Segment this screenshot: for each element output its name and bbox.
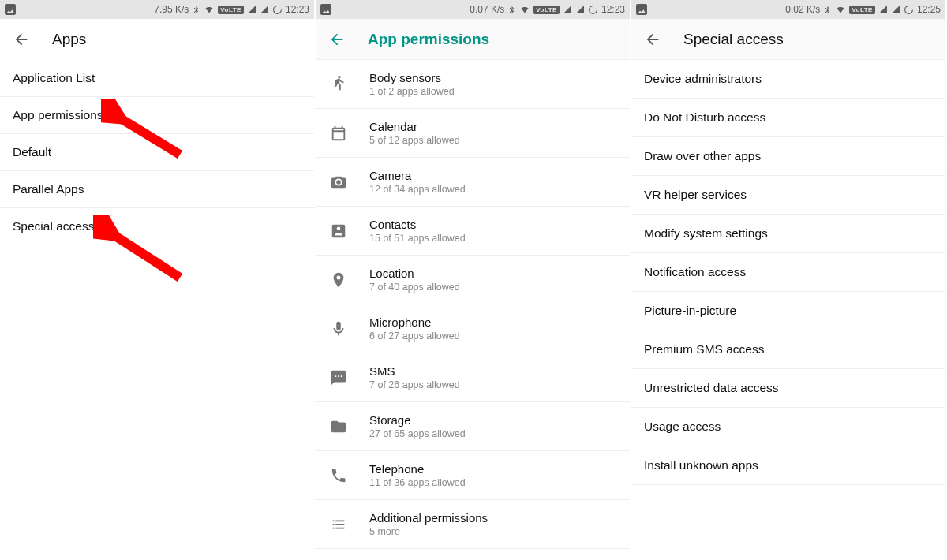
perm-camera[interactable]: Camera12 of 34 apps allowed (316, 158, 630, 207)
page-title: App permissions (368, 31, 489, 48)
bluetooth-icon (192, 5, 200, 15)
sa-dnd-access[interactable]: Do Not Disturb access (631, 99, 945, 137)
perm-sub: 7 of 40 apps allowed (369, 282, 460, 293)
wifi-icon (835, 5, 846, 14)
back-button[interactable] (328, 31, 346, 48)
status-bar: 0.07 K/s VoLTE 12:23 (316, 0, 630, 19)
item-special-access[interactable]: Special access (0, 208, 314, 245)
perm-sms[interactable]: SMS7 of 26 apps allowed (316, 353, 630, 402)
volte-badge: VoLTE (218, 6, 244, 14)
bluetooth-icon (823, 5, 832, 15)
item-label: Install unknown apps (644, 458, 758, 472)
perm-sub: 11 of 36 apps allowed (369, 477, 466, 488)
item-label: Default (13, 145, 51, 159)
item-label: Special access (13, 219, 94, 233)
perm-label: Microphone (369, 315, 460, 329)
sa-modify-system[interactable]: Modify system settings (631, 215, 945, 253)
screen-apps: 7.95 K/s VoLTE 12:23 Apps Applicat (0, 0, 316, 560)
signal-icon-2 (260, 5, 269, 14)
mic-icon (330, 320, 347, 338)
clock-time: 12:25 (917, 4, 941, 15)
calendar-icon (330, 125, 347, 142)
svg-point-0 (274, 6, 282, 13)
sa-usage-access[interactable]: Usage access (631, 408, 945, 446)
perm-body-sensors[interactable]: Body sensors1 of 2 apps allowed (316, 60, 630, 109)
back-button[interactable] (13, 31, 30, 48)
perm-sub: 1 of 2 apps allowed (369, 86, 455, 97)
signal-icon (247, 5, 256, 14)
perm-label: Body sensors (369, 71, 455, 84)
camera-icon (330, 174, 347, 191)
perm-label: SMS (369, 364, 460, 378)
sa-unrestricted-data[interactable]: Unrestricted data access (631, 369, 945, 408)
sms-icon (330, 369, 347, 386)
perm-location[interactable]: Location7 of 40 apps allowed (316, 256, 630, 304)
run-icon (330, 76, 347, 93)
status-bar: 0.02 K/s VoLTE 12:25 (631, 0, 945, 19)
sa-premium-sms[interactable]: Premium SMS access (631, 330, 945, 369)
wifi-icon (204, 5, 215, 14)
perm-label: Calendar (369, 120, 460, 133)
network-speed: 0.07 K/s (470, 4, 504, 15)
perm-sub: 15 of 51 apps allowed (369, 233, 466, 244)
signal-icon (878, 5, 888, 14)
clock-time: 12:23 (601, 4, 625, 15)
item-default[interactable]: Default (0, 134, 314, 171)
svg-point-3 (590, 6, 597, 13)
item-label: Do Not Disturb access (644, 110, 765, 124)
perm-sub: 12 of 34 apps allowed (369, 184, 466, 195)
perm-contacts[interactable]: Contacts15 of 51 apps allowed (316, 207, 630, 256)
phone-icon (330, 467, 347, 484)
sa-notification-access[interactable]: Notification access (631, 253, 945, 292)
sa-install-unknown[interactable]: Install unknown apps (631, 446, 945, 485)
loading-icon (904, 5, 914, 15)
item-application-list[interactable]: Application List (0, 60, 314, 97)
sa-pip[interactable]: Picture-in-picture (631, 292, 945, 330)
volte-badge: VoLTE (849, 6, 875, 14)
perm-storage[interactable]: Storage27 of 65 apps allowed (316, 402, 630, 451)
item-app-permissions[interactable]: App permissions (0, 97, 314, 134)
image-notification-icon (5, 4, 16, 15)
network-speed: 0.02 K/s (785, 4, 820, 15)
item-label: Unrestricted data access (644, 381, 779, 394)
image-notification-icon (636, 4, 647, 15)
svg-point-4 (905, 6, 913, 13)
perm-microphone[interactable]: Microphone6 of 27 apps allowed (316, 304, 630, 353)
sa-draw-over[interactable]: Draw over other apps (631, 137, 945, 176)
sa-device-administrators[interactable]: Device administrators (631, 60, 945, 99)
perm-label: Telephone (369, 462, 466, 476)
list-icon (330, 516, 347, 533)
loading-icon (272, 5, 283, 15)
sa-vr-helper[interactable]: VR helper services (631, 176, 945, 215)
signal-icon-2 (575, 5, 585, 14)
folder-icon (330, 418, 347, 435)
item-label: Device administrators (644, 72, 762, 85)
item-label: Premium SMS access (644, 342, 764, 356)
perm-additional[interactable]: Additional permissions5 more (316, 500, 630, 549)
back-button[interactable] (644, 31, 661, 48)
item-label: Usage access (644, 420, 721, 433)
header: App permissions (316, 19, 630, 60)
item-label: Notification access (644, 265, 746, 278)
item-parallel-apps[interactable]: Parallel Apps (0, 171, 314, 208)
volte-badge: VoLTE (533, 6, 560, 14)
perm-label: Location (369, 267, 460, 280)
perm-label: Storage (369, 413, 466, 427)
page-title: Apps (52, 31, 86, 48)
perm-telephone[interactable]: Telephone11 of 36 apps allowed (316, 451, 630, 500)
bluetooth-icon (507, 5, 516, 15)
item-label: Picture-in-picture (644, 304, 736, 317)
perm-sub: 5 more (369, 526, 488, 537)
item-label: Application List (13, 71, 95, 84)
perm-sub: 7 of 26 apps allowed (369, 379, 460, 390)
status-bar: 7.95 K/s VoLTE 12:23 (0, 0, 314, 19)
page-title: Special access (683, 31, 784, 48)
perm-label: Contacts (369, 218, 466, 231)
screen-app-permissions: 0.07 K/s VoLTE 12:23 App permissions Bod… (316, 0, 631, 560)
contacts-icon (330, 222, 347, 240)
item-label: App permissions (13, 108, 103, 121)
perm-calendar[interactable]: Calendar5 of 12 apps allowed (316, 109, 630, 158)
network-speed: 7.95 K/s (154, 4, 189, 15)
loading-icon (588, 5, 598, 15)
signal-icon (563, 5, 572, 14)
